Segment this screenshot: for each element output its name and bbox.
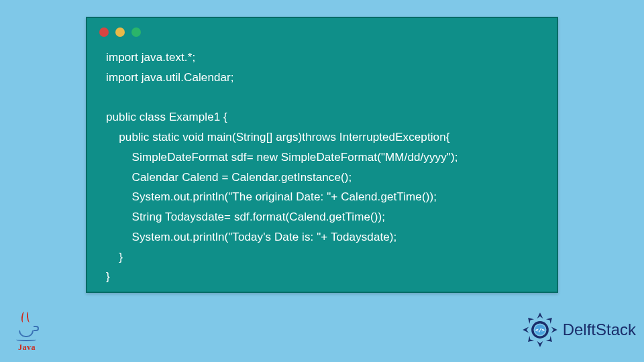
delftstack-mark-icon: </> — [521, 311, 559, 349]
close-icon — [99, 27, 109, 37]
window-controls — [87, 18, 557, 41]
code-area: import java.text.*; import java.util.Cal… — [87, 41, 557, 300]
java-logo-label: Java — [12, 343, 42, 353]
svg-marker-0 — [537, 312, 543, 318]
delftstack-logo: </> DelftStack — [521, 311, 636, 349]
svg-marker-1 — [551, 327, 557, 333]
svg-marker-3 — [523, 327, 529, 333]
delftstack-logo-label: DelftStack — [563, 320, 636, 339]
svg-marker-7 — [528, 318, 534, 324]
code-window: import java.text.*; import java.util.Cal… — [86, 17, 558, 293]
svg-marker-5 — [546, 336, 552, 342]
svg-text:</>: </> — [535, 327, 545, 333]
svg-marker-4 — [546, 318, 552, 324]
maximize-icon — [131, 27, 141, 37]
svg-marker-2 — [537, 341, 543, 347]
java-cup-icon — [17, 324, 36, 337]
java-logo: Java — [12, 324, 42, 353]
code-block: import java.text.*; import java.util.Cal… — [106, 48, 538, 287]
svg-marker-6 — [528, 336, 534, 342]
minimize-icon — [115, 27, 125, 37]
